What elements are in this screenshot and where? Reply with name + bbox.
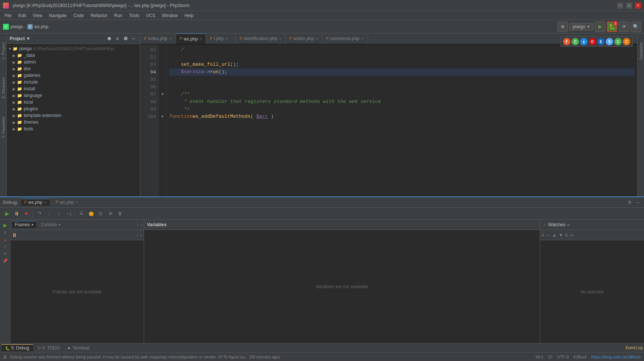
mute-breakpoints-button[interactable]: ⬤ <box>87 209 95 218</box>
arrow-down-icon[interactable]: ↓ <box>140 222 142 227</box>
close-tab-icon[interactable]: ✕ <box>279 37 282 41</box>
tab-ws-php[interactable]: P ws.php ✕ <box>176 33 206 44</box>
clear-button[interactable]: 🗑 <box>116 209 124 218</box>
safari-icon[interactable]: S <box>606 38 613 45</box>
tree-item-data[interactable]: ▶ 📁 _data <box>7 52 140 59</box>
tree-item-doc[interactable]: ▶ 📁 doc <box>7 65 140 72</box>
pause-button[interactable]: ⏸ <box>13 209 21 218</box>
close-button[interactable]: ✕ <box>635 3 641 9</box>
down-arrow-icon[interactable]: ↓ <box>140 232 142 238</box>
collapse-icon[interactable]: ≡ <box>114 35 121 42</box>
configuration-dropdown[interactable]: piwigo ▼ <box>569 23 593 30</box>
stop-side-icon[interactable]: ● <box>4 238 6 242</box>
terminal-tab-status[interactable]: ▶ Terminal <box>64 345 93 351</box>
copy-watch-icon[interactable]: ⎘ <box>565 233 568 237</box>
chromium-icon[interactable]: C <box>623 38 630 45</box>
tree-item-template[interactable]: ▶ 📁 template-extension <box>7 112 140 119</box>
tree-item-install[interactable]: ▶ 📁 install <box>7 85 140 92</box>
sidebar-structure-label[interactable]: Z: Structure <box>0 76 6 100</box>
firefox-icon[interactable]: F <box>563 38 570 45</box>
tab-index-php[interactable]: P index.php ✕ <box>140 33 176 44</box>
coverage-button[interactable]: ⟳ <box>619 22 629 32</box>
remove-watch-icon[interactable]: − <box>547 232 550 238</box>
tree-item-local[interactable]: ▶ 📁 local <box>7 99 140 105</box>
tab-i-php[interactable]: P i.php ✕ <box>206 33 236 44</box>
debug-tab-ws-1[interactable]: P ws.php ✕ <box>21 199 50 206</box>
console-tab[interactable]: Console ▾ <box>38 221 64 228</box>
tree-item-admin[interactable]: ▶ 📁 admin <box>7 59 140 65</box>
move-down-icon[interactable]: ▼ <box>559 232 563 238</box>
todo-tab-status[interactable]: ☑ 6: TODO <box>34 345 64 351</box>
opera-icon[interactable]: O <box>589 38 596 45</box>
add-watch-icon[interactable]: + <box>541 232 544 238</box>
settings-icon[interactable]: ⚙ <box>122 35 129 42</box>
debug-settings-icon[interactable]: ⚙ <box>626 199 633 206</box>
close-tab-icon[interactable]: ✕ <box>315 37 318 41</box>
sidebar-database-label[interactable]: Database <box>638 41 644 61</box>
run-to-cursor-button[interactable]: →| <box>64 209 72 218</box>
menu-navigate[interactable]: Navigate <box>46 12 69 19</box>
tree-item-tools[interactable]: ▶ 📁 tools <box>7 126 140 132</box>
breadcrumb-file[interactable]: ws.php <box>34 24 48 29</box>
step-over-button[interactable]: ↷ <box>35 209 43 218</box>
menu-vcs[interactable]: VCS <box>143 12 158 19</box>
pause-side-icon[interactable]: ⏸ <box>3 230 7 235</box>
resume-button[interactable]: ▶ <box>3 209 11 218</box>
menu-code[interactable]: Code <box>70 12 87 19</box>
tree-item-galleries[interactable]: ▶ 📁 galleries <box>7 72 140 79</box>
close-tab-icon[interactable]: ✕ <box>169 37 172 41</box>
layout-button[interactable]: ⊞ <box>557 22 568 32</box>
view-breakpoints-button[interactable]: ⊡ <box>97 209 105 218</box>
sidebar-favorites-label[interactable]: 2: Favorites <box>0 115 6 139</box>
debug-minimize-icon[interactable]: ─ <box>634 199 641 206</box>
close-tab-icon[interactable]: ✕ <box>225 37 228 41</box>
ie-icon[interactable]: e <box>580 38 588 45</box>
resume-side-icon[interactable]: ▶ <box>3 222 7 228</box>
run-button[interactable]: ▶ <box>595 22 605 32</box>
close-tab-icon[interactable]: ✕ <box>199 37 202 41</box>
tree-root[interactable]: ▼ 📁 piwigo K:\PhpStudy20180211\PHPTutori… <box>7 45 140 52</box>
close-panel-icon[interactable]: ─ <box>130 35 137 42</box>
close-tab-icon[interactable]: ✕ <box>361 37 364 41</box>
stop-button[interactable]: ■ <box>22 209 30 218</box>
breadcrumb-project[interactable]: piwigo <box>10 24 23 29</box>
expand-icon[interactable]: ↗ <box>543 222 547 227</box>
close-debug-tab-icon[interactable]: ✕ <box>75 200 78 204</box>
menu-file[interactable]: File <box>1 12 14 19</box>
tab-action-php[interactable]: P action.php ✕ <box>286 33 322 44</box>
arrow-up-icon[interactable]: ↑ <box>136 222 139 227</box>
menu-run[interactable]: Run <box>111 12 125 19</box>
locate-icon[interactable]: ⊕ <box>106 35 113 42</box>
tree-item-plugins[interactable]: ▶ 📁 plugins <box>7 105 140 112</box>
settings-side-icon[interactable]: ⚙ <box>3 251 7 256</box>
fold-100[interactable]: ▼ <box>159 113 166 120</box>
sidebar-project-label[interactable]: 1: Project <box>0 41 6 61</box>
menu-window[interactable]: Window <box>159 12 181 19</box>
debug-tab-status[interactable]: 🐛 5: Debug <box>1 344 33 351</box>
tab-comments-php[interactable]: P comments.php ✕ <box>322 33 368 44</box>
tree-item-themes[interactable]: ▶ 📁 themes <box>7 119 140 126</box>
watches-infinite-btn-icon[interactable]: ∞ <box>570 232 573 238</box>
pin-side-icon[interactable]: 📌 <box>3 258 8 263</box>
search-everywhere-button[interactable]: 🔍 <box>631 22 641 32</box>
chrome-icon[interactable]: C <box>572 38 579 45</box>
menu-edit[interactable]: Edit <box>15 12 29 19</box>
debug-button[interactable]: 🐛 2 <box>607 22 617 32</box>
fold-97[interactable]: ▼ <box>159 91 166 98</box>
edge-icon[interactable]: E <box>597 38 605 45</box>
frames-tab[interactable]: Frames ▾ <box>12 221 36 228</box>
event-log-link[interactable]: Event Log <box>626 346 643 350</box>
menu-refactor[interactable]: Refactor <box>88 12 110 19</box>
up-arrow-icon[interactable]: ↑ <box>136 232 139 238</box>
menu-tools[interactable]: Tools <box>126 12 142 19</box>
menu-view[interactable]: View <box>30 12 45 19</box>
reset-button[interactable]: ⊞ <box>106 209 114 218</box>
rerun-side-icon[interactable]: ↺ <box>3 244 7 249</box>
close-debug-tab-icon[interactable]: ✕ <box>44 201 47 205</box>
step-out-button[interactable]: ↑ <box>55 209 63 218</box>
evaluate-button[interactable]: ☰ <box>77 209 85 218</box>
tree-item-include[interactable]: ▶ 📁 include <box>7 79 140 85</box>
minimize-button[interactable]: ─ <box>617 3 623 9</box>
move-up-icon[interactable]: ▲ <box>552 232 556 238</box>
tree-item-language[interactable]: ▶ 📁 language <box>7 92 140 99</box>
